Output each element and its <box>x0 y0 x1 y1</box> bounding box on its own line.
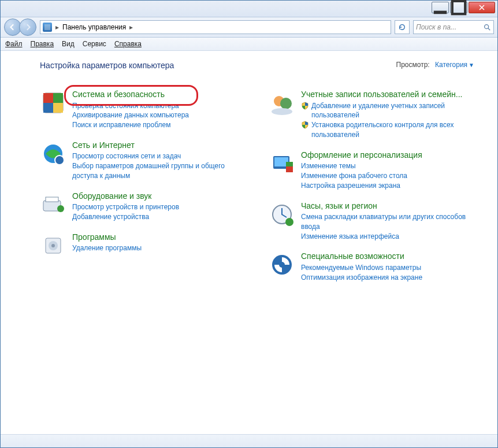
breadcrumb-sep: ▸ <box>129 23 133 31</box>
category-title[interactable]: Система и безопасность <box>72 90 251 100</box>
address-bar: ▸ Панель управления ▸ Поиск в па... <box>1 17 497 38</box>
category-body: Система и безопасностьПроверка состояния… <box>72 90 251 130</box>
view-by-row: Просмотр: Категория▼ <box>396 61 475 69</box>
category-body: ПрограммыУдаление программы <box>72 232 251 259</box>
svg-rect-22 <box>286 162 293 166</box>
svg-point-15 <box>51 244 55 247</box>
svg-point-18 <box>272 108 292 115</box>
nav-buttons <box>4 18 36 36</box>
category-link[interactable]: Изменение темы <box>301 161 480 171</box>
svg-rect-1 <box>452 1 465 14</box>
breadcrumb-sep: ▸ <box>55 23 59 31</box>
view-by-dropdown[interactable]: Категория <box>435 61 467 69</box>
menu-file[interactable]: Файл <box>5 40 23 48</box>
category-link[interactable]: Установка родительского контроля для все… <box>301 120 480 140</box>
category-title[interactable]: Оборудование и звук <box>72 191 251 202</box>
category-block: Оформление и персонализацияИзменение тем… <box>269 150 480 191</box>
search-icon <box>483 23 491 31</box>
svg-rect-21 <box>286 166 293 172</box>
category-title[interactable]: Часы, язык и регион <box>301 201 480 212</box>
control-panel-window: ▸ Панель управления ▸ Поиск в па... Файл… <box>0 0 498 448</box>
window-controls <box>432 2 495 13</box>
svg-rect-7 <box>53 103 63 113</box>
category-link[interactable]: Удаление программы <box>72 243 251 253</box>
category-title[interactable]: Программы <box>72 232 251 243</box>
left-column: Система и безопасностьПроверка состояния… <box>40 90 251 293</box>
category-link[interactable]: Просмотр состояния сети и задач <box>72 151 251 161</box>
content-area: Настройка параметров компьютера Просмотр… <box>1 50 497 434</box>
category-link[interactable]: Изменение языка интерфейса <box>301 232 480 242</box>
svg-rect-11 <box>46 197 58 202</box>
address-box[interactable]: ▸ Панель управления ▸ <box>40 20 391 34</box>
breadcrumb-root[interactable]: Панель управления <box>62 23 126 31</box>
category-link[interactable]: Поиск и исправление проблем <box>72 120 251 130</box>
category-icon <box>40 191 66 218</box>
category-title[interactable]: Учетные записи пользователей и семейн... <box>301 90 480 100</box>
search-placeholder: Поиск в па... <box>416 23 456 31</box>
category-body: Часы, язык и регионСмена раскладки клави… <box>301 201 480 242</box>
category-icon <box>269 150 295 177</box>
svg-rect-0 <box>434 11 447 14</box>
category-title[interactable]: Оформление и персонализация <box>301 150 480 161</box>
svg-point-24 <box>285 218 293 226</box>
category-columns: Система и безопасностьПроверка состояния… <box>40 90 480 293</box>
category-link[interactable]: Архивирование данных компьютера <box>72 110 251 120</box>
category-link[interactable]: Настройка разрешения экрана <box>301 181 480 191</box>
category-icon <box>40 232 66 259</box>
category-block: Учетные записи пользователей и семейн...… <box>269 90 480 140</box>
category-body: Оформление и персонализацияИзменение тем… <box>301 150 480 191</box>
svg-rect-5 <box>53 93 63 103</box>
svg-rect-4 <box>43 93 53 103</box>
menu-view[interactable]: Вид <box>62 40 75 48</box>
titlebar <box>1 1 497 17</box>
svg-point-2 <box>485 25 489 29</box>
close-button[interactable] <box>469 2 495 13</box>
refresh-button[interactable] <box>395 20 410 34</box>
menu-help[interactable]: Справка <box>114 40 142 48</box>
category-title[interactable]: Специальные возможности <box>301 251 480 262</box>
category-link[interactable]: Выбор параметров домашней группы и общег… <box>72 161 251 181</box>
right-column: Учетные записи пользователей и семейн...… <box>269 90 480 293</box>
category-body: Оборудование и звукПросмотр устройств и … <box>72 191 251 222</box>
svg-point-9 <box>55 155 64 165</box>
category-link[interactable]: Проверка состояния компьютера <box>72 101 251 111</box>
category-link[interactable]: Добавление устройства <box>72 212 251 222</box>
status-bar <box>1 434 497 447</box>
category-link[interactable]: Смена раскладки клавиатуры или других сп… <box>301 212 480 232</box>
chevron-down-icon: ▼ <box>469 62 474 68</box>
menu-tools[interactable]: Сервис <box>83 40 106 48</box>
category-icon <box>269 251 295 278</box>
category-block: Часы, язык и регионСмена раскладки клави… <box>269 201 480 242</box>
view-by-label: Просмотр: <box>396 61 430 69</box>
category-body: Специальные возможностиРекомендуемые Win… <box>301 251 480 282</box>
category-icon <box>40 90 66 116</box>
control-panel-icon <box>43 23 52 32</box>
category-link[interactable]: Оптимизация изображения на экране <box>301 273 480 283</box>
forward-button[interactable] <box>19 18 36 36</box>
category-block: Оборудование и звукПросмотр устройств и … <box>40 191 251 222</box>
category-icon <box>269 90 295 116</box>
category-block: Сеть и ИнтернетПросмотр состояния сети и… <box>40 140 251 181</box>
category-icon <box>269 201 295 228</box>
svg-point-12 <box>57 205 64 212</box>
category-body: Сеть и ИнтернетПросмотр состояния сети и… <box>72 140 251 181</box>
menu-bar: Файл Правка Вид Сервис Справка <box>1 38 497 51</box>
menu-edit[interactable]: Правка <box>31 40 54 48</box>
category-block: ПрограммыУдаление программы <box>40 232 251 259</box>
category-link[interactable]: Добавление и удаление учетных записей по… <box>301 101 480 121</box>
category-link[interactable]: Просмотр устройств и принтеров <box>72 202 251 212</box>
category-link[interactable]: Изменение фона рабочего стола <box>301 171 480 181</box>
maximize-button[interactable] <box>450 2 467 13</box>
svg-rect-6 <box>43 103 53 113</box>
category-block: Система и безопасностьПроверка состояния… <box>40 90 251 130</box>
search-input[interactable]: Поиск в па... <box>413 20 494 34</box>
category-icon <box>40 140 66 167</box>
svg-point-17 <box>280 98 292 109</box>
category-body: Учетные записи пользователей и семейн...… <box>301 90 480 140</box>
category-title[interactable]: Сеть и Интернет <box>72 140 251 151</box>
category-link[interactable]: Рекомендуемые Windows параметры <box>301 263 480 273</box>
category-block: Специальные возможностиРекомендуемые Win… <box>269 251 480 282</box>
minimize-button[interactable] <box>432 2 449 13</box>
